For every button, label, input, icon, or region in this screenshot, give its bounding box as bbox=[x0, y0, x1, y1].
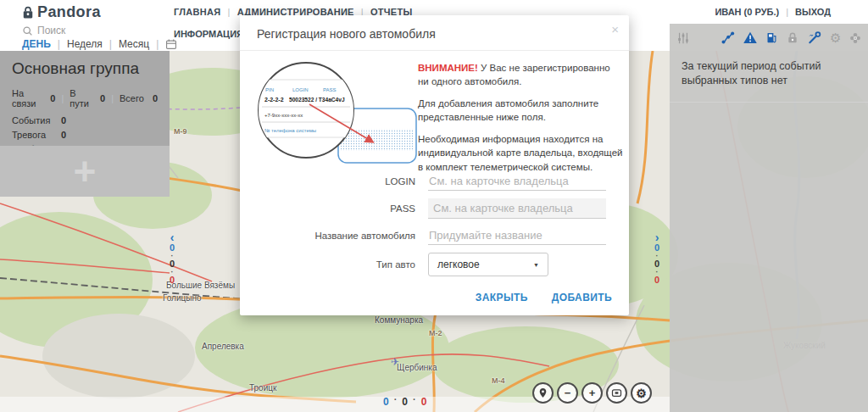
modal-footer: ЗАКРЫТЬ ДОБАВИТЬ bbox=[476, 292, 612, 303]
tab-separator: | bbox=[109, 38, 112, 50]
service-wrench-icon[interactable] bbox=[807, 31, 822, 45]
pass-input[interactable] bbox=[428, 198, 606, 219]
group-panel[interactable]: Основная группа На связи0 | В пути0 | Вс… bbox=[0, 51, 170, 146]
count-dot: · bbox=[394, 396, 398, 408]
login-input[interactable] bbox=[428, 172, 606, 191]
stat-total-value: 0 bbox=[153, 93, 158, 103]
map-town-label: Коммунарка bbox=[375, 315, 423, 325]
events-panel: ⚙ За текущий период событий выбранных ти… bbox=[670, 24, 868, 412]
count-events: 0 bbox=[402, 396, 408, 408]
count-alarms: 0 bbox=[421, 396, 427, 408]
pass-row: PASS bbox=[240, 198, 629, 219]
add-button[interactable]: ДОБАВИТЬ bbox=[552, 292, 612, 303]
app-window: М-9 Большие Вязёмы Голицыно Апрелевка Тр… bbox=[0, 0, 868, 412]
map-road-label: М-2 bbox=[429, 329, 442, 337]
subnav-information[interactable]: ИНФОРМАЦИЯ | bbox=[174, 29, 248, 39]
map-town-label: Щербинка bbox=[397, 363, 437, 372]
brand-logo[interactable]: Pandora bbox=[22, 3, 101, 21]
group-inline-stats: На связи0 | В пути0 | Всего0 bbox=[12, 88, 158, 109]
stat-separator: | bbox=[111, 93, 114, 103]
register-car-form: LOGIN PASS Название автомобиля Тип авто … bbox=[240, 171, 629, 283]
add-group-panel: + bbox=[0, 146, 170, 197]
fan-icon[interactable] bbox=[849, 31, 862, 45]
map-road-label: М-9 bbox=[174, 127, 187, 136]
warning-line-1: ВНИМАНИЕ! У Вас не зарегистрированно ни … bbox=[418, 61, 623, 88]
car-type-row: Тип авто легковое ▼ bbox=[240, 253, 629, 276]
settings-gear-icon[interactable]: ⚙ bbox=[830, 31, 841, 44]
route-icon[interactable] bbox=[721, 31, 735, 45]
logout-link[interactable]: ВЫХОД bbox=[795, 7, 831, 17]
filters-icon[interactable] bbox=[676, 31, 690, 45]
tab-week[interactable]: Неделя bbox=[67, 38, 103, 50]
car-name-label: Название автомобиля bbox=[240, 231, 428, 241]
alarm-triangle-icon[interactable] bbox=[743, 31, 758, 45]
stat-moving-label: В пути bbox=[70, 88, 92, 109]
map-settings-button[interactable]: ⚙ bbox=[631, 382, 652, 404]
add-group-button[interactable]: + bbox=[74, 154, 97, 188]
locate-button[interactable] bbox=[532, 382, 554, 404]
count-online: 0 bbox=[383, 396, 389, 408]
tab-month[interactable]: Месяц bbox=[119, 38, 149, 50]
lock-logo-icon bbox=[22, 6, 34, 19]
tab-day[interactable]: ДЕНЬ bbox=[22, 38, 51, 50]
lock-icon[interactable] bbox=[786, 31, 799, 45]
stat-row-alarm: Тревога 0 bbox=[12, 130, 158, 140]
zoom-in-button[interactable]: + bbox=[581, 382, 603, 404]
group-title: Основная группа bbox=[12, 59, 158, 78]
map-status-counts: 0 · 0 · 0 bbox=[383, 396, 426, 408]
search-box[interactable] bbox=[22, 25, 139, 36]
tab-separator: | bbox=[156, 38, 159, 50]
map-pager-left: ‹ 0 · 0 · 0 bbox=[166, 232, 178, 285]
car-name-row: Название автомобиля bbox=[240, 225, 629, 246]
map-road-label: М-4 bbox=[492, 376, 505, 385]
user-balance-link[interactable]: ИВАН (0 РУБ.) bbox=[715, 7, 779, 17]
card-login-pass-value: 50023522 / T34aC4vJ bbox=[289, 97, 345, 103]
pager-count-alarms: 0 bbox=[654, 276, 659, 285]
map-town-label: Троицк bbox=[249, 383, 276, 393]
chevron-down-icon: ▼ bbox=[533, 262, 539, 268]
events-label: События bbox=[12, 115, 61, 125]
event-type-icons: ⚙ bbox=[721, 31, 868, 45]
car-type-select[interactable]: легковое ▼ bbox=[428, 253, 548, 276]
gear-icon: ⚙ bbox=[636, 387, 647, 399]
warning-line-3: Необходимая информация находится на инди… bbox=[418, 132, 623, 173]
login-row: LOGIN bbox=[240, 171, 629, 192]
car-name-input[interactable] bbox=[428, 226, 606, 245]
card-pin-value: 2-2-2-2 bbox=[264, 97, 284, 103]
brand-name: Pandora bbox=[37, 3, 101, 21]
minus-icon: − bbox=[565, 387, 571, 399]
stat-moving-value: 0 bbox=[100, 93, 105, 103]
close-icon[interactable]: × bbox=[611, 23, 619, 36]
user-separator: | bbox=[786, 7, 788, 17]
fullscreen-icon bbox=[610, 387, 623, 398]
card-login-header: LOGIN bbox=[292, 87, 309, 92]
map-town-label: Голицыно bbox=[163, 293, 202, 303]
alarm-value: 0 bbox=[61, 130, 66, 140]
location-pin-icon bbox=[537, 387, 548, 398]
search-input[interactable] bbox=[37, 25, 139, 36]
close-button[interactable]: ЗАКРЫТЬ bbox=[476, 292, 528, 303]
login-label: LOGIN bbox=[240, 176, 428, 187]
car-type-label: Тип авто bbox=[240, 259, 428, 270]
nav-item-main[interactable]: ГЛАВНАЯ bbox=[174, 7, 220, 17]
calendar-icon[interactable] bbox=[165, 38, 177, 50]
period-tabs: ДЕНЬ | Неделя | Месяц | bbox=[22, 38, 177, 50]
map-pager-right: › 0 · 0 · 0 bbox=[651, 232, 663, 285]
card-pass-header: PASS bbox=[323, 87, 337, 92]
warning-line-2: Для добавления автомобиля заполните пред… bbox=[418, 97, 623, 124]
stat-total-label: Всего bbox=[120, 93, 144, 103]
zoom-out-button[interactable]: − bbox=[557, 382, 578, 404]
tab-separator: | bbox=[58, 38, 60, 50]
search-icon bbox=[22, 25, 33, 36]
fullscreen-button[interactable] bbox=[606, 382, 627, 404]
stat-online-value: 0 bbox=[50, 93, 55, 103]
card-phone-caption: № телефона системы bbox=[264, 128, 316, 133]
modal-warning-text: ВНИМАНИЕ! У Вас не зарегистрированно ни … bbox=[418, 61, 623, 182]
alarm-label: Тревога bbox=[12, 130, 61, 140]
register-car-modal: Регистрация нового автомобиля × PIN LOGI… bbox=[240, 15, 629, 315]
car-type-value: легковое bbox=[437, 259, 480, 270]
count-dot: · bbox=[413, 396, 416, 408]
fuel-icon[interactable] bbox=[765, 31, 778, 45]
stat-separator: | bbox=[61, 93, 64, 103]
modal-title: Регистрация нового автомобиля bbox=[240, 15, 629, 51]
